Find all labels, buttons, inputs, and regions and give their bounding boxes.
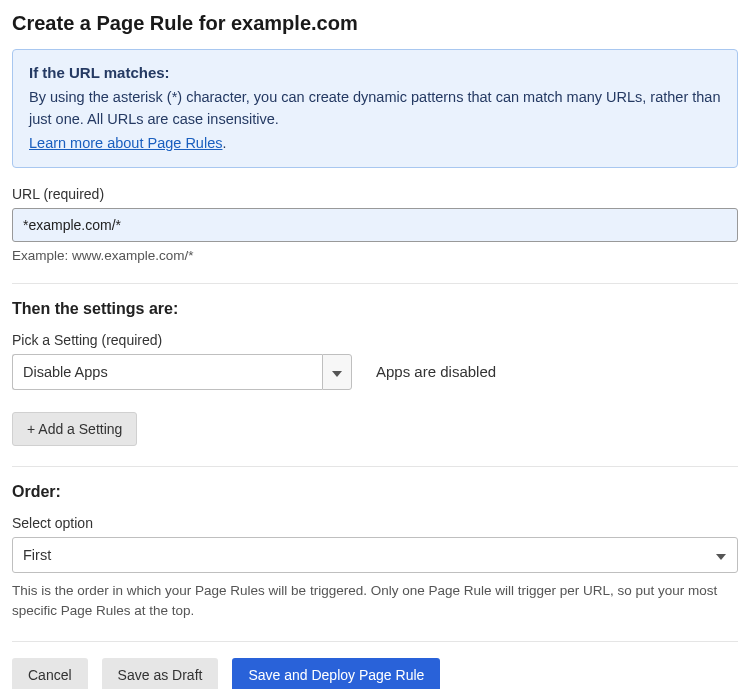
save-deploy-button[interactable]: Save and Deploy Page Rule [232,658,440,689]
divider [12,283,738,284]
divider [12,466,738,467]
pick-setting-label: Pick a Setting (required) [12,332,738,348]
setting-combobox-toggle[interactable] [322,354,352,390]
order-help-text: This is the order in which your Page Rul… [12,581,738,622]
info-box: If the URL matches: By using the asteris… [12,49,738,168]
order-select[interactable]: First [12,537,738,573]
order-label: Select option [12,515,738,531]
cancel-button[interactable]: Cancel [12,658,88,689]
divider [12,641,738,642]
info-box-period: . [222,135,226,151]
action-buttons: Cancel Save as Draft Save and Deploy Pag… [12,658,738,689]
add-setting-button[interactable]: + Add a Setting [12,412,137,446]
info-box-body: By using the asterisk (*) character, you… [29,87,721,131]
save-draft-button[interactable]: Save as Draft [102,658,219,689]
setting-combobox-value[interactable]: Disable Apps [12,354,322,390]
setting-description: Apps are disabled [376,363,496,380]
learn-more-link[interactable]: Learn more about Page Rules [29,135,222,151]
url-input[interactable] [12,208,738,242]
settings-heading: Then the settings are: [12,300,738,318]
url-example: Example: www.example.com/* [12,248,738,263]
setting-combobox[interactable]: Disable Apps [12,354,352,390]
chevron-down-icon [332,364,342,380]
url-label: URL (required) [12,186,738,202]
order-heading: Order: [12,483,738,501]
info-box-heading: If the URL matches: [29,64,721,81]
page-title: Create a Page Rule for example.com [12,12,738,35]
